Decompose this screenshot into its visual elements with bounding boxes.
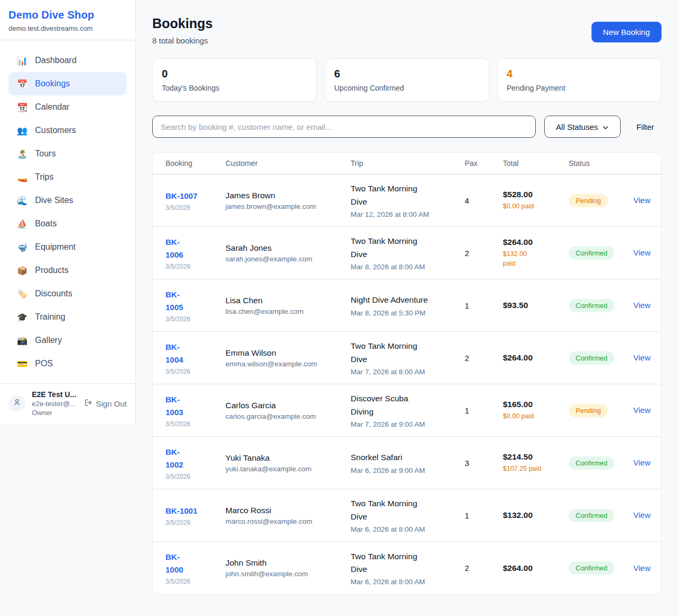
customer-cell: Lisa Chen lisa.chen@example.com bbox=[225, 296, 351, 315]
booking-id-link[interactable]: BK- 1000 bbox=[166, 551, 225, 576]
booking-id-link[interactable]: BK- 1002 bbox=[166, 446, 225, 471]
total-cell: $264.00 bbox=[503, 353, 569, 363]
status-badge: Confirmed bbox=[569, 247, 614, 260]
total-cell: $528.00 $0.00 paid bbox=[503, 190, 569, 211]
stat-card: 0Today's Bookings bbox=[152, 58, 317, 102]
trip-datetime: Mar 6, 2026 at 8:00 AM bbox=[351, 578, 465, 586]
view-link[interactable]: View bbox=[633, 511, 650, 520]
view-link[interactable]: View bbox=[633, 248, 650, 257]
total-cell: $264.00 $132.00 paid bbox=[503, 237, 569, 268]
view-link[interactable]: View bbox=[633, 564, 650, 573]
status-cell: Pending bbox=[569, 404, 633, 417]
people-icon: 👥 bbox=[17, 126, 28, 136]
trip-datetime: Mar 7, 2026 at 8:00 AM bbox=[351, 368, 465, 376]
sidebar-item-customers[interactable]: 👥Customers bbox=[8, 119, 127, 142]
booking-id-link[interactable]: BK- 1005 bbox=[166, 288, 225, 314]
brand: Demo Dive Shop demo.test.divestreams.com bbox=[0, 0, 135, 40]
total-cell: $93.50 bbox=[503, 301, 569, 310]
app-root: Demo Dive Shop demo.test.divestreams.com… bbox=[0, 0, 679, 616]
view-link[interactable]: View bbox=[633, 301, 650, 310]
search-input[interactable] bbox=[152, 116, 536, 138]
customer-cell: Carlos Garcia carlos.garcia@example.com bbox=[225, 401, 351, 420]
sidebar-item-label: Bookings bbox=[35, 79, 70, 89]
sidebar-item-boats[interactable]: ⛵Boats bbox=[8, 212, 127, 235]
tag-icon: 🏷️ bbox=[17, 289, 28, 299]
status-cell: Confirmed bbox=[569, 509, 633, 522]
sidebar-item-equipment[interactable]: 🤿Equipment bbox=[8, 235, 127, 259]
trip-name: Two Tank Morning Dive bbox=[351, 497, 465, 523]
sidebar-item-trips[interactable]: 🚤Trips bbox=[8, 165, 127, 189]
paid-amount: $0.00 paid bbox=[503, 201, 569, 211]
wave-icon: 🌊 bbox=[17, 196, 28, 206]
sidebar-item-label: Products bbox=[35, 266, 68, 275]
booking-id-link[interactable]: BK- 1003 bbox=[166, 393, 225, 419]
sidebar-item-label: POS bbox=[35, 359, 53, 368]
stats-row: 0Today's Bookings6Upcoming Confirmed4Pen… bbox=[152, 58, 661, 102]
user-name: E2E Test U... bbox=[32, 390, 77, 399]
total-amount: $264.00 bbox=[503, 564, 569, 573]
sidebar-item-gallery[interactable]: 📸Gallery bbox=[8, 329, 127, 352]
stat-value: 4 bbox=[507, 68, 652, 80]
booking-id-link[interactable]: BK-1001 bbox=[166, 505, 225, 517]
view-link[interactable]: View bbox=[633, 353, 650, 362]
status-badge: Pending bbox=[569, 194, 608, 207]
status-select[interactable]: All Statuses bbox=[544, 116, 621, 138]
status-badge: Confirmed bbox=[569, 351, 614, 365]
table-row: BK- 1000 3/5/2026 John Smith john.smith@… bbox=[153, 542, 661, 594]
customer-email: lisa.chen@example.com bbox=[225, 307, 351, 315]
status-cell: Confirmed bbox=[569, 561, 633, 575]
stat-label: Upcoming Confirmed bbox=[334, 84, 480, 92]
customer-email: marco.rossi@example.com bbox=[225, 517, 351, 525]
trip-name: Two Tank Morning Dive bbox=[351, 235, 465, 260]
table-header: Booking Customer Trip Pax Total Status bbox=[153, 153, 661, 174]
trip-cell: Discover Scuba Diving Mar 7, 2026 at 9:0… bbox=[351, 392, 465, 428]
booking-id-link[interactable]: BK-1007 bbox=[166, 190, 225, 203]
trip-name: Two Tank Morning Dive bbox=[351, 340, 465, 365]
view-link[interactable]: View bbox=[633, 458, 650, 467]
status-badge: Confirmed bbox=[569, 456, 614, 470]
sidebar-item-dashboard[interactable]: 📊Dashboard bbox=[8, 49, 127, 72]
view-link[interactable]: View bbox=[633, 406, 650, 415]
col-pax: Pax bbox=[465, 159, 503, 168]
sidebar-item-dive-sites[interactable]: 🌊Dive Sites bbox=[8, 189, 127, 212]
total-amount: $528.00 bbox=[503, 190, 569, 199]
diving-mask-icon: 🤿 bbox=[17, 242, 28, 252]
customer-name: Emma Wilson bbox=[225, 348, 351, 358]
speedboat-icon: 🚤 bbox=[17, 172, 28, 182]
booking-id-link[interactable]: BK- 1004 bbox=[166, 341, 225, 366]
user-meta: E2E Test U... e2e-tester@... Owner bbox=[32, 390, 77, 417]
pax-cell: 4 bbox=[465, 196, 503, 205]
stat-label: Pending Payment bbox=[507, 84, 652, 92]
sidebar-item-bookings[interactable]: 📅Bookings bbox=[8, 72, 127, 95]
sidebar-item-discounts[interactable]: 🏷️Discounts bbox=[8, 282, 127, 305]
sidebar: Demo Dive Shop demo.test.divestreams.com… bbox=[0, 0, 136, 424]
table-row: BK-1007 3/5/2026 James Brown james.brown… bbox=[153, 174, 661, 227]
pax-cell: 2 bbox=[465, 249, 503, 258]
trip-datetime: Mar 7, 2026 at 9:00 AM bbox=[351, 420, 465, 428]
booking-id-link[interactable]: BK- 1006 bbox=[166, 236, 225, 261]
status-badge: Confirmed bbox=[569, 561, 614, 575]
sidebar-item-products[interactable]: 📦Products bbox=[8, 259, 127, 282]
sidebar-item-pos[interactable]: 💳POS bbox=[8, 352, 127, 375]
person-icon bbox=[13, 398, 21, 409]
sidebar-item-calendar[interactable]: 📆Calendar bbox=[8, 95, 127, 119]
sidebar-item-training[interactable]: 🎓Training bbox=[8, 305, 127, 329]
trip-cell: Two Tank Morning Dive Mar 12, 2026 at 8:… bbox=[351, 182, 465, 218]
sidebar-item-label: Calendar bbox=[35, 102, 69, 112]
stat-value: 6 bbox=[334, 68, 480, 80]
view-link[interactable]: View bbox=[633, 196, 650, 205]
pax-cell: 1 bbox=[465, 406, 503, 415]
new-booking-button[interactable]: New Booking bbox=[591, 22, 661, 42]
stat-card: 4Pending Payment bbox=[497, 58, 661, 102]
filter-button[interactable]: Filter bbox=[629, 122, 661, 131]
col-total: Total bbox=[503, 159, 569, 168]
booking-date: 3/5/2026 bbox=[166, 420, 225, 428]
total-cell: $165.00 $0.00 paid bbox=[503, 400, 569, 421]
sidebar-item-label: Dive Sites bbox=[35, 196, 73, 205]
status-cell: Confirmed bbox=[569, 456, 633, 470]
booking-cell: BK- 1002 3/5/2026 bbox=[166, 446, 225, 480]
sign-out-button[interactable]: Sign Out bbox=[84, 398, 127, 409]
table-row: BK- 1004 3/5/2026 Emma Wilson emma.wilso… bbox=[153, 332, 661, 384]
sidebar-item-tours[interactable]: 🏝️Tours bbox=[8, 142, 127, 165]
trip-name: Discover Scuba Diving bbox=[351, 392, 465, 418]
